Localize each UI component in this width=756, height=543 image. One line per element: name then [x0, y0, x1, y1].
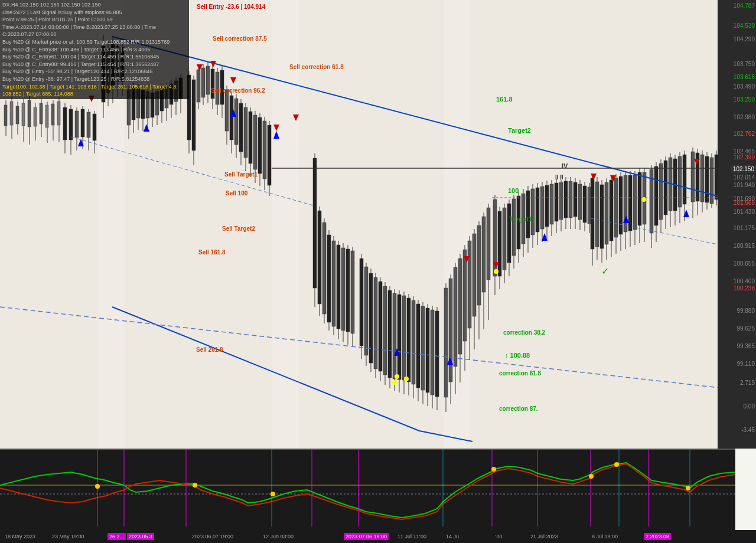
- svg-rect-35: [93, 114, 96, 140]
- svg-rect-109: [318, 211, 321, 304]
- price-101940: 101.940: [732, 181, 756, 189]
- yellow-dot-4: [494, 269, 498, 274]
- time-8jul: 8 Jul 19:00: [592, 534, 618, 539]
- svg-rect-95: [244, 107, 247, 158]
- svg-rect-121: [346, 249, 350, 332]
- svg-rect-83: [216, 72, 219, 104]
- svg-rect-139: [393, 293, 396, 379]
- svg-rect-21: [51, 104, 54, 125]
- svg-rect-173: [477, 225, 481, 305]
- price-101430: 101.430: [732, 208, 756, 215]
- svg-rect-91: [234, 99, 238, 145]
- price-102014: 102.014: [732, 174, 756, 181]
- svg-rect-267: [705, 156, 709, 202]
- time-12jun: 12 Jun 03:00: [263, 534, 294, 539]
- svg-rect-239: [633, 175, 637, 230]
- price-104787: 104.787: [732, 2, 756, 9]
- info-box: DX.H4 102.150 102.150 102.150 102.150 Li…: [0, 0, 189, 99]
- price-99880: 99.880: [735, 307, 756, 315]
- time-20230607: 2023.06.07 19:00: [192, 534, 233, 539]
- time-14jul: 14 Ju...: [446, 534, 464, 539]
- svg-rect-81: [211, 69, 214, 99]
- yellow-dot-2: [404, 377, 409, 381]
- info-line-11: Target100: 102.38 | Target 141: 103.616 …: [2, 83, 187, 98]
- svg-rect-2: [272, 0, 299, 449]
- svg-rect-257: [678, 156, 682, 207]
- oscillator-svg: [0, 450, 735, 526]
- svg-rect-213: [573, 182, 577, 217]
- svg-rect-251: [664, 161, 667, 215]
- price-99625: 99.625: [735, 325, 756, 332]
- svg-rect-223: [595, 182, 599, 247]
- svg-rect-157: [435, 311, 439, 397]
- osc-dot-4: [491, 467, 496, 472]
- info-line-2: Line:2472 | Last Signal is:Buy with stop…: [2, 9, 187, 17]
- svg-rect-187: [512, 199, 516, 256]
- svg-rect-125: [360, 259, 363, 346]
- info-line-10: Buy %20 @ Entry -88: 97.47 | Target:123.…: [2, 76, 187, 83]
- svg-rect-145: [407, 298, 410, 382]
- info-line-6: Buy %10 @ C_Entry38: 100.486 | Target:11…: [2, 46, 187, 54]
- price-000: 0.00: [742, 403, 756, 410]
- svg-rect-141: [397, 295, 401, 380]
- svg-rect-247: [654, 166, 658, 225]
- oscillator-panel: Profit-Signal | Modified By FSB3 341-Sig…: [0, 449, 735, 543]
- svg-rect-119: [341, 248, 345, 331]
- price-99365: 99.365: [735, 342, 756, 350]
- svg-rect-199: [540, 187, 544, 229]
- time-bar: 18 May 2023 23 May 19:00 26 2... 2023.05…: [0, 530, 756, 543]
- svg-rect-211: [569, 181, 572, 218]
- svg-rect-19: [45, 105, 48, 127]
- svg-rect-197: [536, 188, 539, 232]
- svg-rect-79: [206, 66, 210, 94]
- time-11jul: 11 Jul 11:00: [397, 534, 426, 539]
- svg-rect-31: [81, 109, 84, 137]
- svg-rect-167: [463, 250, 467, 341]
- checkmark-1: ✓: [601, 266, 609, 276]
- price-2715: 2.715: [739, 379, 756, 387]
- svg-rect-221: [591, 178, 594, 249]
- svg-rect-205: [555, 183, 558, 221]
- time-26: 26 2...: [107, 533, 126, 540]
- svg-rect-25: [63, 107, 67, 140]
- svg-rect-195: [531, 189, 535, 235]
- svg-rect-233: [619, 176, 623, 234]
- svg-rect-77: [201, 68, 205, 97]
- svg-rect-131: [374, 277, 377, 369]
- svg-rect-89: [230, 96, 233, 140]
- price-99110: 99.110: [735, 360, 756, 368]
- svg-rect-217: [583, 186, 586, 223]
- svg-rect-75: [197, 70, 200, 102]
- svg-rect-117: [337, 245, 340, 329]
- info-line-9: Buy %20 @ Entry -50: 98.21 | Target:120.…: [2, 68, 187, 76]
- svg-rect-201: [545, 185, 549, 227]
- svg-rect-237: [628, 175, 632, 231]
- price-102980: 102.980: [732, 113, 756, 121]
- svg-rect-147: [412, 300, 415, 384]
- osc-dot-7: [686, 486, 690, 490]
- svg-rect-159: [444, 288, 448, 397]
- svg-rect-73: [192, 80, 195, 151]
- svg-rect-161: [449, 279, 452, 382]
- svg-rect-123: [351, 251, 354, 333]
- price-103490: 103.490: [732, 83, 756, 90]
- svg-rect-149: [416, 304, 420, 388]
- svg-rect-137: [388, 290, 392, 378]
- svg-rect-33: [87, 112, 90, 138]
- svg-rect-227: [605, 182, 608, 244]
- svg-rect-169: [468, 241, 471, 328]
- price-current: 102.150: [731, 165, 756, 173]
- svg-rect-241: [638, 172, 641, 225]
- price-100655: 100.655: [732, 260, 756, 267]
- info-line-3: Point A:99.25 | Point B:101.25 | Point C…: [2, 16, 187, 24]
- svg-rect-143: [402, 296, 406, 380]
- svg-rect-15: [34, 107, 37, 126]
- price-101568: 101.568: [732, 199, 756, 207]
- info-line-5: Buy %20 @ Market price or at: 100.59 Tar…: [2, 38, 187, 46]
- svg-rect-93: [239, 103, 243, 152]
- svg-rect-269: [710, 158, 713, 204]
- svg-rect-107: [313, 158, 317, 288]
- price-101175: 101.175: [732, 224, 756, 232]
- svg-rect-133: [379, 282, 382, 371]
- price-scale: 104.787 104.530 104.290 103.750 103.616 …: [718, 0, 756, 449]
